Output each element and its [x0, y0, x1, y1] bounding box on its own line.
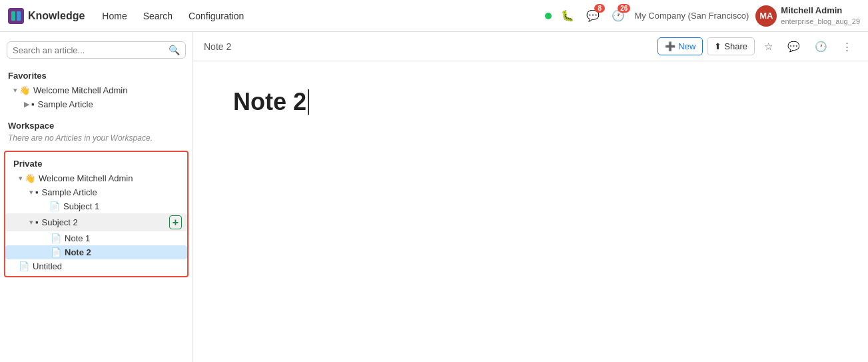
avatar: MA: [755, 5, 777, 27]
svg-rect-0: [8, 8, 24, 24]
private-sample-label: Sample Article: [42, 187, 97, 197]
untitled-item[interactable]: 📄 Untitled: [5, 259, 187, 273]
doc-icon: 📄: [51, 233, 61, 243]
note-1-label: Note 1: [65, 233, 90, 243]
content-area[interactable]: Note 2: [193, 61, 868, 362]
add-child-button[interactable]: +: [169, 215, 182, 229]
navbar: Knowledge Home Search Configuration 🐛 💬 …: [0, 0, 868, 32]
search-bar: 🔍: [0, 37, 193, 63]
nav-configuration[interactable]: Configuration: [182, 8, 250, 24]
brand-icon: [8, 8, 24, 24]
new-label: New: [678, 41, 695, 51]
private-welcome[interactable]: ▾ 👋 Welcome Mitchell Admin: [5, 171, 187, 185]
share-icon: ⬆: [714, 41, 721, 51]
clock-badge: 26: [618, 4, 630, 13]
user-text: Mitchell Admin enterprise_blog_aug_29: [781, 5, 860, 26]
article-icon: ▪: [31, 99, 35, 109]
article-icon: ▪: [35, 217, 39, 227]
subject-1-label: Subject 1: [63, 201, 99, 211]
note-2-label: Note 2: [65, 247, 91, 257]
nav-search[interactable]: Search: [137, 8, 179, 24]
workspace-title: Workspace: [0, 117, 193, 133]
text-cursor: [308, 89, 309, 115]
search-input-wrap[interactable]: 🔍: [7, 41, 186, 59]
chevron-icon: ▾: [13, 86, 17, 95]
bug-icon-btn[interactable]: 🐛: [558, 7, 577, 25]
username: Mitchell Admin: [781, 5, 860, 17]
search-input[interactable]: [13, 45, 165, 55]
chevron-down-icon: ▾: [19, 174, 23, 183]
subject-1-item[interactable]: 📄 Subject 1: [5, 199, 187, 213]
svg-rect-1: [11, 11, 15, 21]
user-info[interactable]: MA Mitchell Admin enterprise_blog_aug_29: [755, 5, 860, 27]
wave-icon: 👋: [19, 85, 30, 95]
doc-icon: 📄: [19, 261, 29, 271]
more-options-button[interactable]: ⋮: [837, 37, 857, 57]
chevron-down-icon: ▾: [29, 188, 33, 197]
star-button[interactable]: ☆: [759, 37, 778, 57]
breadcrumb: Note 2: [204, 41, 652, 52]
favorites-title: Favorites: [0, 67, 193, 83]
note-1-item[interactable]: 📄 Note 1: [5, 231, 187, 245]
favorites-welcome[interactable]: ▾ 👋 Welcome Mitchell Admin: [0, 83, 193, 97]
private-sample[interactable]: ▾ ▪ Sample Article: [5, 185, 187, 199]
note-title-text: Note 2: [233, 88, 306, 116]
clock-icon-btn[interactable]: 🕐 26: [609, 7, 628, 25]
search-icon: 🔍: [169, 45, 180, 55]
new-button[interactable]: ➕ New: [657, 37, 703, 55]
private-title: Private: [5, 155, 187, 171]
share-label: Share: [724, 41, 747, 51]
chevron-down-icon: ▾: [29, 218, 33, 227]
subject-2-item[interactable]: ▾ ▪ Subject 2 +: [5, 213, 187, 231]
svg-rect-2: [17, 11, 21, 21]
layout: 🔍 Favorites ▾ 👋 Welcome Mitchell Admin ▶…: [0, 32, 868, 362]
navbar-right: 🐛 💬 8 🕐 26 My Company (San Francisco) MA…: [545, 5, 860, 27]
favorites-sample-label: Sample Article: [38, 99, 93, 109]
workspace-empty-text: There are no Articles in your Workspace.: [0, 133, 193, 148]
subject-2-label: Subject 2: [42, 217, 78, 227]
comment-button[interactable]: 💬: [782, 37, 805, 57]
content-toolbar: Note 2 ➕ New ⬆ Share ☆ 💬 🕐 ⋮: [193, 32, 868, 61]
brand[interactable]: Knowledge: [8, 8, 85, 24]
note-title: Note 2: [233, 88, 828, 116]
wave-icon: 👋: [25, 173, 35, 183]
history-button[interactable]: 🕐: [809, 37, 833, 57]
favorites-sample[interactable]: ▶ ▪ Sample Article: [0, 97, 193, 111]
brand-label: Knowledge: [28, 10, 85, 22]
usertag: enterprise_blog_aug_29: [781, 17, 860, 26]
main-area: Note 2 ➕ New ⬆ Share ☆ 💬 🕐 ⋮ Note 2: [193, 32, 868, 362]
online-status-dot: [545, 13, 552, 19]
chevron-icon: ▶: [24, 100, 29, 109]
note-2-item[interactable]: 📄 Note 2: [5, 245, 187, 259]
plus-icon: ➕: [665, 41, 675, 51]
doc-icon: 📄: [51, 247, 61, 257]
article-icon: ▪: [35, 187, 39, 197]
private-section: Private ▾ 👋 Welcome Mitchell Admin ▾ ▪ S…: [4, 151, 189, 277]
nav-menu: Home Search Configuration: [95, 8, 250, 24]
untitled-label: Untitled: [33, 261, 62, 271]
toolbar-actions: ➕ New ⬆ Share ☆ 💬 🕐 ⋮: [657, 37, 857, 57]
share-button[interactable]: ⬆ Share: [707, 37, 755, 55]
company-name: My Company (San Francisco): [634, 11, 749, 21]
chat-icon-btn[interactable]: 💬 8: [584, 7, 602, 25]
private-welcome-label: Welcome Mitchell Admin: [39, 173, 133, 183]
chat-badge: 8: [594, 4, 605, 13]
doc-icon: 📄: [49, 201, 60, 211]
sidebar: 🔍 Favorites ▾ 👋 Welcome Mitchell Admin ▶…: [0, 32, 193, 362]
nav-home[interactable]: Home: [95, 8, 133, 24]
favorites-welcome-label: Welcome Mitchell Admin: [33, 85, 127, 95]
